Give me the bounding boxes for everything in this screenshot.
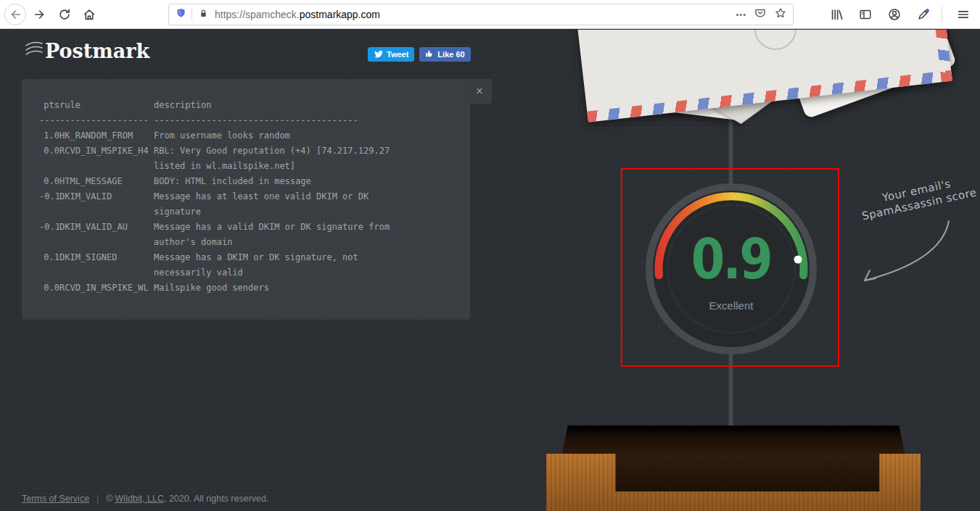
eyedropper-icon[interactable]: [913, 4, 934, 25]
tweet-label: Tweet: [387, 50, 408, 59]
postmark-stamp-icon: [754, 30, 796, 50]
like-label: Like 60: [437, 50, 464, 59]
thumbs-up-icon: [425, 49, 434, 59]
divider-description: ---------------------------------------: [154, 113, 458, 128]
browser-window: https://spamcheck.postmarkapp.com •••: [0, 0, 980, 511]
toolbar-right-group: [823, 0, 974, 29]
toolbar-divider: [942, 7, 942, 22]
curved-arrow-icon: [855, 220, 963, 292]
table-row: 0.0 HTML_MESSAGE BODY: HTML included in …: [39, 174, 458, 189]
back-icon: [8, 7, 22, 22]
row-description: Mailspike good senders: [154, 281, 458, 296]
terms-of-service-link[interactable]: Terms of Service: [22, 494, 89, 504]
col-header-description: description: [154, 98, 458, 113]
twitter-bird-icon: [374, 50, 383, 59]
url-domain: postmarkapp.com: [300, 9, 380, 20]
airmail-stripes-right: [921, 30, 952, 82]
table-row: 0.1 DKIM_SIGNED Message has a DKIM or DK…: [39, 250, 458, 281]
browser-toolbar: https://spamcheck.postmarkapp.com •••: [0, 0, 980, 29]
row-pts: 1.0: [39, 128, 59, 144]
row-pts: 0.0: [39, 174, 59, 189]
sidebar-button[interactable]: [855, 4, 876, 25]
account-button[interactable]: [884, 4, 905, 25]
row-rule: HTML_MESSAGE: [59, 174, 154, 189]
home-icon: [82, 7, 96, 22]
spam-report-panel: pts rule description ---- --------------…: [22, 79, 470, 320]
spam-score-gauge: 0.9 Excellent: [646, 183, 817, 354]
col-header-rule: rule: [59, 98, 154, 113]
home-button[interactable]: [78, 4, 100, 25]
row-description: Message has a valid DKIM or DK signature…: [154, 220, 458, 250]
row-description: From username looks random: [154, 128, 458, 144]
forward-icon: [33, 7, 47, 22]
account-icon: [887, 7, 902, 22]
table-row: 0.0 RCVD_IN_MSPIKE_WL Mailspike good sen…: [39, 281, 458, 296]
facebook-like-button[interactable]: Like 60: [419, 47, 470, 62]
page-actions-icon[interactable]: •••: [736, 10, 746, 19]
close-report-button[interactable]: ×: [467, 79, 492, 104]
report-divider-row: ---- ----------------- -----------------…: [39, 113, 458, 128]
airmail-envelope: [567, 30, 952, 122]
close-icon: ×: [476, 85, 482, 97]
row-pts: 0.0: [39, 281, 59, 296]
tweet-button[interactable]: Tweet: [368, 47, 414, 62]
urlbar-divider: [192, 8, 192, 21]
shield-icon[interactable]: [175, 7, 187, 22]
spam-score-rating: Excellent: [646, 299, 817, 312]
row-rule: RCVD_IN_MSPIKE_WL: [59, 281, 154, 296]
table-row: 1.0 HK_RANDOM_FROM From username looks r…: [39, 128, 458, 144]
row-description: Message has a DKIM or DK signature, not …: [154, 250, 458, 281]
row-pts: 0.1: [39, 250, 59, 281]
url-text: https://spamcheck.postmarkapp.com: [215, 9, 736, 20]
report-header-row: pts rule description: [39, 98, 458, 113]
col-header-pts: pts: [39, 98, 59, 113]
spam-score-value: 0.9: [656, 227, 807, 291]
row-rule: HK_RANDOM_FROM: [59, 128, 154, 144]
menu-button[interactable]: [952, 4, 974, 25]
refresh-button[interactable]: [54, 4, 75, 25]
divider-rule: -----------------: [59, 113, 154, 128]
share-buttons: Tweet Like 60: [368, 47, 471, 62]
logo-text: Postmark: [45, 40, 149, 62]
hamburger-icon: [956, 7, 971, 22]
table-row: 0.0 RCVD_IN_MSPIKE_H4 RBL: Very Good rep…: [39, 144, 458, 174]
table-row: -0.1 DKIM_VALID Message has at least one…: [39, 189, 458, 220]
postmark-logo[interactable]: Postmark: [25, 38, 149, 63]
copyright-symbol: ©: [106, 494, 112, 504]
row-pts: -0.1: [39, 220, 59, 250]
back-button[interactable]: [4, 4, 26, 25]
row-description: Message has at least one valid DKIM or D…: [154, 189, 458, 220]
row-rule: DKIM_SIGNED: [59, 250, 154, 281]
row-rule: DKIM_VALID_AU: [59, 220, 154, 250]
footer-separator: |: [96, 494, 99, 504]
page-footer: Terms of Service|©Wildbit, LLC, 2020. Al…: [22, 494, 268, 504]
library-button[interactable]: [825, 4, 847, 25]
postmark-waves-icon: [25, 38, 44, 63]
envelope-flap: [670, 75, 810, 128]
row-description: BODY: HTML included in message: [154, 174, 458, 189]
url-prefix: https://spamcheck.: [215, 9, 300, 20]
row-rule: RCVD_IN_MSPIKE_H4: [59, 144, 154, 174]
lock-icon[interactable]: [198, 8, 209, 22]
envelope-back-left: [617, 44, 746, 120]
row-rule: DKIM_VALID: [59, 189, 154, 220]
table-row: -0.1 DKIM_VALID_AU Message has a valid D…: [39, 220, 458, 250]
forward-button[interactable]: [29, 4, 51, 25]
wildbit-link[interactable]: Wildbit, LLC: [115, 494, 164, 504]
refresh-icon: [57, 7, 72, 22]
envelope-back-right: [770, 30, 957, 119]
row-description: RBL: Very Good reputation (+4) [74.217.1…: [154, 144, 458, 174]
library-icon: [829, 7, 844, 22]
gauge-annotation-text: Your email's SpamAssassin score: [853, 171, 980, 225]
url-bar[interactable]: https://spamcheck.postmarkapp.com •••: [168, 4, 794, 25]
row-pts: -0.1: [39, 189, 59, 220]
airmail-stripes-bottom: [587, 70, 952, 122]
divider-pts: ----: [39, 113, 59, 128]
sidebar-icon: [858, 7, 873, 22]
bookmark-star-icon[interactable]: [774, 7, 787, 22]
copyright-tail: , 2020. All rights reserved.: [164, 494, 269, 504]
page-content: Postmark Tweet Like 60 pts rule des: [0, 30, 980, 511]
pocket-icon[interactable]: [754, 7, 767, 22]
row-pts: 0.0: [39, 144, 59, 174]
wooden-inbox-tray: [546, 423, 921, 511]
